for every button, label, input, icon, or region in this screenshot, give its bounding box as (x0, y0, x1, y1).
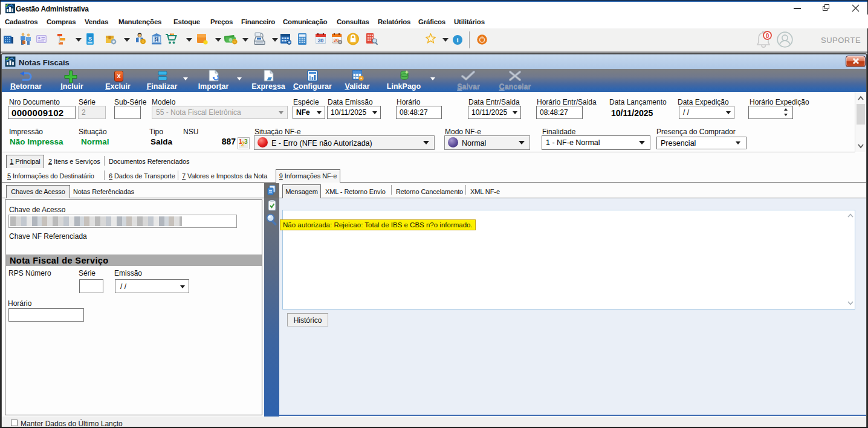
svg-text:S: S (88, 36, 92, 42)
svg-text:S: S (155, 36, 158, 42)
svg-text:30: 30 (318, 37, 324, 44)
